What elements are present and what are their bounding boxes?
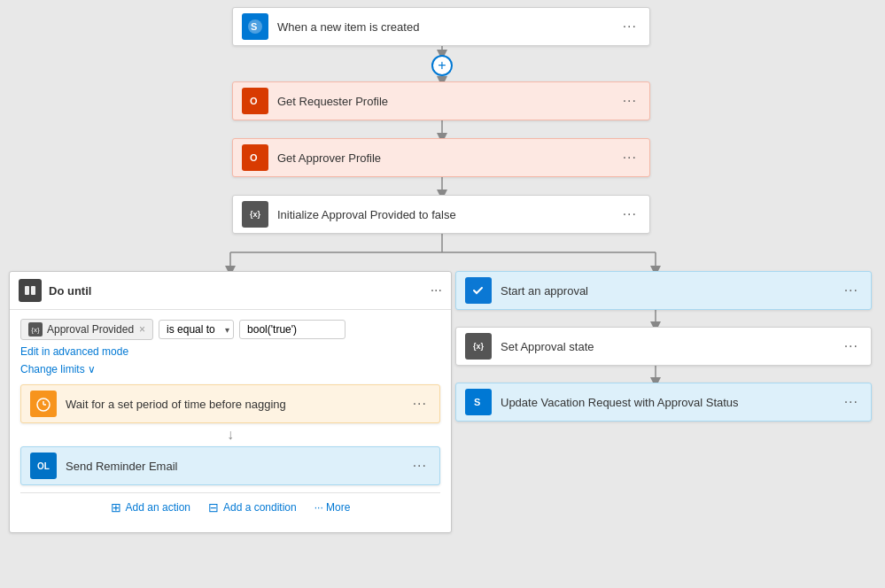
more-button[interactable]: ··· <box>619 93 640 109</box>
reminder-more-button[interactable]: ··· <box>409 458 431 474</box>
svg-text:S: S <box>251 21 257 32</box>
variable-icon: {x} <box>465 333 492 360</box>
inner-arrow: ↓ <box>20 427 440 443</box>
start-approval-card[interactable]: Start an approval ··· <box>455 271 872 310</box>
card-label: Initialize Approval Provided to false <box>277 208 619 221</box>
condition-value-input[interactable] <box>239 320 345 339</box>
svg-text:O: O <box>250 152 258 163</box>
card-label: When a new item is created <box>277 20 619 34</box>
condition-pill[interactable]: {x} Approval Provided × <box>20 319 153 340</box>
update-vacation-card[interactable]: S Update Vacation Request with Approval … <box>455 383 872 422</box>
variable-icon: {x} <box>242 201 268 228</box>
wait-card-label: Wait for a set period of time before nag… <box>66 398 409 411</box>
card-label: Start an approval <box>501 284 841 298</box>
do-until-icon <box>19 279 42 302</box>
do-until-header[interactable]: Do until ··· <box>10 272 451 310</box>
card-label: Update Vacation Request with Approval St… <box>501 396 841 409</box>
change-limits-button[interactable]: Change limits ∨ <box>20 363 440 375</box>
get-approver-card[interactable]: O Get Approver Profile ··· <box>232 138 650 177</box>
operator-select[interactable]: is equal to <box>159 320 234 339</box>
more-button[interactable]: ··· <box>619 19 640 35</box>
more-button[interactable]: ··· <box>841 282 862 298</box>
svg-text:S: S <box>474 397 480 407</box>
condition-label: Approval Provided <box>47 323 134 336</box>
sharepoint-icon: S <box>242 13 268 40</box>
operator-select-wrap[interactable]: is equal to <box>159 320 234 339</box>
svg-rect-18 <box>25 286 29 295</box>
timer-icon <box>30 391 57 417</box>
do-until-title: Do until <box>49 284 431 298</box>
card-label: Get Requester Profile <box>277 95 619 108</box>
do-until-more-button[interactable]: ··· <box>431 282 442 298</box>
reminder-card-label: Send Reminder Email <box>66 460 409 473</box>
add-action-button[interactable]: ⊞ Add an action <box>111 500 190 514</box>
add-step-button[interactable]: + <box>431 55 453 76</box>
office-icon: O <box>242 88 268 114</box>
do-until-container: Do until ··· {x} Approval Provided × is … <box>9 271 452 533</box>
set-approval-state-card[interactable]: {x} Set Approval state ··· <box>455 327 872 366</box>
initialize-approval-card[interactable]: {x} Initialize Approval Provided to fals… <box>232 195 650 234</box>
more-button[interactable]: ··· <box>841 338 862 354</box>
remove-condition-button[interactable]: × <box>139 323 145 336</box>
sharepoint-icon: S <box>465 389 492 415</box>
svg-rect-19 <box>31 286 35 295</box>
branch-icon: ⊟ <box>208 500 219 514</box>
more-actions-button[interactable]: ··· More <box>314 501 351 514</box>
wait-more-button[interactable]: ··· <box>409 396 431 412</box>
more-button[interactable]: ··· <box>841 394 862 410</box>
more-button[interactable]: ··· <box>619 206 640 222</box>
table-icon: ⊞ <box>111 500 121 514</box>
wait-card[interactable]: Wait for a set period of time before nag… <box>20 384 440 423</box>
reminder-card[interactable]: OL Send Reminder Email ··· <box>20 446 440 485</box>
add-condition-button[interactable]: ⊟ Add a condition <box>208 500 297 514</box>
outlook-icon: OL <box>30 453 57 479</box>
more-button[interactable]: ··· <box>619 150 640 166</box>
approval-icon <box>465 277 492 304</box>
condition-row: {x} Approval Provided × is equal to <box>20 319 440 340</box>
office-icon: O <box>242 144 268 171</box>
card-label: Set Approval state <box>501 340 841 353</box>
bottom-actions: ⊞ Add an action ⊟ Add a condition ··· Mo… <box>20 492 440 523</box>
do-until-body: {x} Approval Provided × is equal to Edit… <box>10 310 451 532</box>
edit-advanced-link[interactable]: Edit in advanced mode <box>20 345 440 358</box>
get-requester-card[interactable]: O Get Requester Profile ··· <box>232 81 650 120</box>
card-label: Get Approver Profile <box>277 151 619 165</box>
when-new-item-card[interactable]: S When a new item is created ··· <box>232 7 650 46</box>
svg-text:O: O <box>250 96 258 106</box>
pill-variable-icon: {x} <box>28 322 43 337</box>
svg-text:OL: OL <box>37 461 50 471</box>
